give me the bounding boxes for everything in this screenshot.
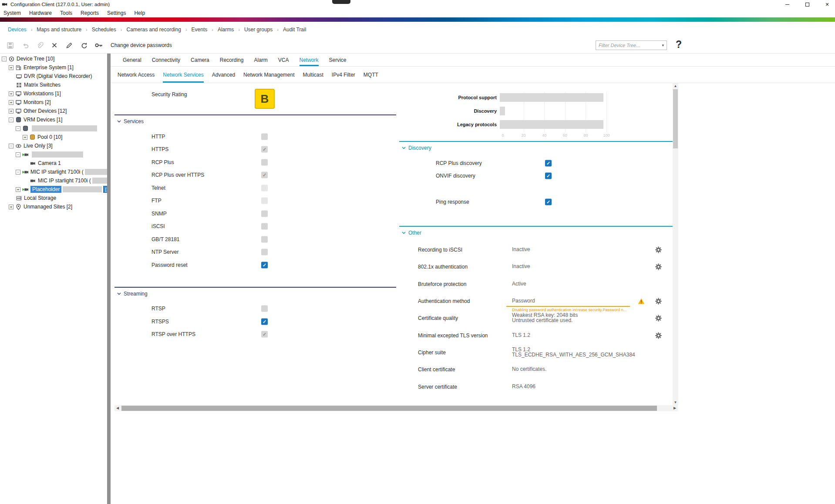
subtab-advanced[interactable]: Advanced — [212, 67, 235, 83]
breadcrumb-schedules[interactable]: Schedules — [88, 27, 121, 33]
breadcrumb-user-groups[interactable]: User groups — [240, 27, 277, 33]
gb-t-28181-checkbox[interactable] — [261, 236, 268, 242]
menu-tools[interactable]: Tools — [60, 10, 72, 16]
settings-gear-icon[interactable] — [655, 246, 662, 254]
password-key-icon[interactable] — [92, 39, 105, 51]
streaming-section-header[interactable]: Streaming — [114, 290, 396, 297]
tab-general[interactable]: General — [123, 54, 141, 66]
menu-system[interactable]: System — [3, 10, 21, 16]
tree-item-mic-ip-starlight-7100i[interactable]: -MIC IP starlight 7100i ( — [0, 168, 107, 176]
rcp-plus-over-https-checkbox[interactable]: ✓ — [261, 172, 268, 178]
collapse-toggle[interactable]: - — [16, 152, 20, 157]
scroll-up-arrow[interactable]: ▲ — [673, 83, 678, 89]
subtab-ipv4-filter[interactable]: IPv4 Filter — [332, 67, 355, 83]
telnet-checkbox[interactable] — [261, 185, 268, 191]
subtab-network-management[interactable]: Network Management — [243, 67, 294, 83]
ping-response-checkbox[interactable]: ✓ — [545, 198, 552, 205]
tree-item-local-storage[interactable]: Local Storage — [0, 194, 107, 202]
rtsp-checkbox[interactable] — [261, 306, 268, 312]
tree-item-redacted[interactable]: - — [0, 150, 107, 159]
tree-item-camera-1[interactable]: Camera 1 — [0, 159, 107, 168]
collapse-toggle[interactable]: - — [9, 118, 13, 122]
password-reset-checkbox[interactable]: ✓ — [261, 262, 268, 268]
tab-service[interactable]: Service — [329, 54, 347, 66]
breadcrumb-alarms[interactable]: Alarms — [213, 27, 238, 33]
collapse-toggle[interactable]: - — [9, 144, 13, 148]
expand-toggle[interactable]: + — [9, 109, 13, 114]
tree-item-dvr-digital-video-recorder[interactable]: DVR (Digital Video Recorder) — [0, 72, 107, 81]
filter-device-tree-input[interactable]: Filter Device Tree... ▾ — [596, 40, 667, 50]
menu-settings[interactable]: Settings — [107, 10, 126, 16]
tab-vca[interactable]: VCA — [278, 54, 289, 66]
settings-gear-icon[interactable] — [655, 263, 662, 271]
tab-camera[interactable]: Camera — [191, 54, 209, 66]
expand-toggle[interactable]: + — [16, 187, 20, 192]
tab-recording[interactable]: Recording — [220, 54, 244, 66]
snmp-checkbox[interactable] — [261, 210, 268, 217]
subtab-mqtt[interactable]: MQTT — [364, 67, 378, 83]
tree-item-pool-0[interactable]: +Pool 0 [10] — [0, 133, 107, 141]
settings-gear-icon[interactable] — [655, 315, 662, 322]
rcp-plus-checkbox[interactable] — [261, 159, 268, 165]
services-section-header[interactable]: Services — [114, 118, 396, 125]
breadcrumb-maps-and-structure[interactable]: Maps and structure — [32, 27, 86, 33]
ftp-checkbox[interactable] — [261, 198, 268, 204]
rcp-plus-discovery-checkbox[interactable]: ✓ — [545, 160, 552, 166]
tree-item-live-only[interactable]: -Live Only [3] — [0, 141, 107, 150]
horizontal-scroll-thumb[interactable] — [121, 406, 657, 411]
rtsps-checkbox[interactable]: ✓ — [261, 318, 268, 325]
settings-gear-icon[interactable] — [655, 332, 662, 339]
tree-item-device-tree[interactable]: -Device Tree [10] — [0, 54, 107, 63]
https-checkbox[interactable]: ✓ — [261, 146, 268, 153]
tree-item-redacted[interactable]: - — [0, 124, 107, 133]
subtab-network-access[interactable]: Network Access — [118, 67, 155, 83]
change-device-passwords-label[interactable]: Change device passwords — [111, 42, 172, 48]
ntp-server-checkbox[interactable] — [261, 249, 268, 255]
edit-pencil-icon[interactable] — [63, 39, 76, 51]
tree-item-other-devices[interactable]: +Other Devices [12] — [0, 107, 107, 115]
collapse-toggle[interactable]: - — [16, 126, 20, 131]
expand-toggle[interactable]: + — [9, 65, 13, 70]
scroll-right-arrow[interactable]: ▶ — [672, 405, 678, 411]
expand-toggle[interactable]: + — [23, 135, 27, 140]
menu-help[interactable]: Help — [134, 10, 145, 16]
expand-toggle[interactable]: + — [9, 91, 13, 96]
vertical-scrollbar[interactable]: ▲ ▼ — [673, 83, 678, 405]
minimize-button[interactable] — [784, 1, 791, 8]
tree-item-placeholder[interactable]: +Placeholder[1] — [0, 185, 107, 194]
vertical-scroll-thumb[interactable] — [673, 89, 678, 148]
tab-network[interactable]: Network — [300, 54, 319, 66]
tree-item-vrm-devices[interactable]: -VRM Devices [1] — [0, 115, 107, 124]
tree-item-unmanaged-sites[interactable]: +Unmanaged Sites [2] — [0, 202, 107, 211]
collapse-toggle[interactable]: - — [16, 170, 20, 175]
tree-item-enterprise-system[interactable]: +Enterprise System [1] — [0, 63, 107, 72]
http-checkbox[interactable] — [261, 133, 268, 140]
discovery-section-header[interactable]: Discovery — [399, 144, 673, 151]
tree-item-workstations[interactable]: +Workstations [1] — [0, 89, 107, 98]
breadcrumb-cameras-and-recording[interactable]: Cameras and recording — [122, 27, 185, 33]
rtsp-over-https-checkbox[interactable]: ✓ — [261, 331, 268, 338]
iscsi-checkbox[interactable] — [261, 223, 268, 230]
warning-icon[interactable] — [638, 298, 645, 305]
expand-toggle[interactable]: + — [9, 205, 13, 209]
tab-alarm[interactable]: Alarm — [254, 54, 267, 66]
tree-item-mic-ip-starlight-7100i[interactable]: MIC IP starlight 7100i ( — [0, 176, 107, 185]
menu-hardware[interactable]: Hardware — [29, 10, 52, 16]
other-section-header[interactable]: Other — [399, 229, 673, 236]
subtab-network-services[interactable]: Network Services — [163, 67, 203, 83]
maximize-button[interactable] — [804, 1, 811, 8]
panel-splitter[interactable] — [107, 54, 111, 504]
scroll-down-arrow[interactable]: ▼ — [673, 400, 678, 405]
subtab-multicast[interactable]: Multicast — [303, 67, 323, 83]
chevron-down-icon[interactable]: ▾ — [662, 43, 664, 47]
expand-toggle[interactable]: + — [9, 100, 13, 105]
collapse-toggle[interactable]: - — [2, 57, 7, 61]
tree-item-matrix-switches[interactable]: Matrix Switches — [0, 81, 107, 89]
horizontal-scrollbar[interactable]: ◀ ▶ — [114, 405, 678, 411]
tab-connectivity[interactable]: Connectivity — [152, 54, 180, 66]
breadcrumb-events[interactable]: Events — [187, 27, 212, 33]
settings-gear-icon[interactable] — [655, 298, 662, 305]
tree-item-monitors[interactable]: +Monitors [2] — [0, 98, 107, 107]
menu-reports[interactable]: Reports — [81, 10, 99, 16]
scroll-left-arrow[interactable]: ◀ — [114, 405, 121, 411]
